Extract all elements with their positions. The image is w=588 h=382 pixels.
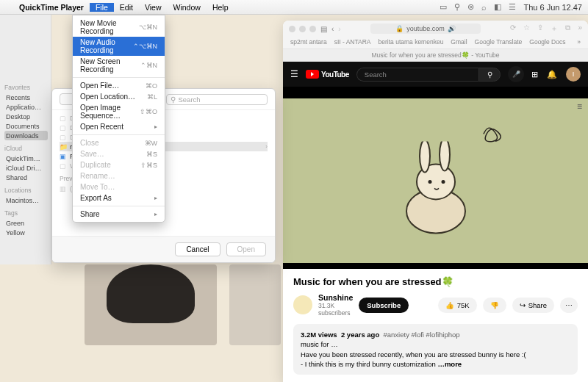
youtube-header: ☰ YouTube Search ⚲ 🎤 ⊞ 🔔 I — [283, 62, 588, 87]
image-file-icon: ▢ — [60, 124, 67, 131]
nav-back-icon[interactable]: ‹ — [331, 25, 334, 33]
battery-icon[interactable]: ▭ — [440, 2, 447, 12]
menu-new-movie-recording[interactable]: New Movie Recording⌥⌘N — [73, 18, 165, 37]
microphone-icon: 🎤 — [512, 71, 520, 78]
subscribe-button[interactable]: Subscribe — [359, 298, 409, 313]
sidebar-item-documents[interactable]: Documents — [4, 121, 48, 131]
svg-point-5 — [441, 180, 445, 184]
nav-forward-icon[interactable]: › — [338, 25, 340, 33]
new-tab-icon[interactable]: ＋ — [551, 24, 558, 34]
youtube-logo[interactable]: YouTube — [306, 70, 349, 79]
finder-thumbnail — [229, 264, 281, 345]
like-button[interactable]: 👍75K — [438, 298, 477, 313]
bookmark-icon[interactable]: ☆ — [523, 24, 530, 34]
menu-share[interactable]: Share▸ — [73, 209, 165, 220]
sidebar-heading-favorites: Favorites — [4, 84, 48, 91]
menu-open-file[interactable]: Open File…⌘O — [73, 80, 165, 91]
description-line: - I think this is my third bunny customi… — [301, 360, 436, 368]
bookmark-link[interactable]: berita utama kemenkeu — [379, 38, 444, 46]
sidebar-item-icloud-drive[interactable]: iCloud Dri… — [4, 163, 48, 173]
search-icon: ⚲ — [487, 71, 492, 79]
video-description[interactable]: 3.2M views 2 years ago #anxiety #lofi #l… — [293, 324, 578, 375]
share-safari-icon[interactable]: ⇪ — [537, 24, 543, 34]
voice-search-button[interactable]: 🎤 — [508, 66, 524, 82]
window-traffic-lights[interactable] — [289, 26, 316, 32]
sidebar-item-desktop[interactable]: Desktop — [4, 112, 48, 121]
image-file-icon: ▢ — [60, 115, 67, 122]
video-tags[interactable]: #anxiety #lofi #lofihiphop — [384, 331, 460, 339]
menu-export-as[interactable]: Export As▸ — [73, 192, 165, 203]
share-button[interactable]: ↪Share — [512, 298, 554, 313]
file-menu-dropdown: New Movie Recording⌥⌘N New Audio Recordi… — [72, 15, 165, 223]
video-player[interactable]: ≡ — [283, 87, 588, 269]
bookmark-overflow-icon[interactable]: » — [577, 38, 581, 46]
lock-icon: 🔒 — [395, 25, 404, 32]
sidebar-tag-yellow[interactable]: Yellow — [4, 228, 48, 237]
menu-new-screen-recording[interactable]: New Screen Recording⌃⌘N — [73, 56, 165, 75]
audio-playing-icon[interactable]: 🔊 — [448, 25, 456, 32]
open-button[interactable]: Open — [226, 242, 266, 256]
bookmark-link[interactable]: Google Translate — [475, 38, 523, 46]
expand-icon[interactable]: » — [578, 24, 582, 34]
search-icon: ⚲ — [171, 96, 176, 104]
sidebar-item-macintosh[interactable]: Macintos… — [4, 195, 48, 205]
bookmark-link[interactable]: Google Docs — [529, 38, 565, 46]
wifi-icon[interactable]: ⊚ — [467, 2, 474, 12]
dialog-search-input[interactable]: ⚲Search — [166, 94, 268, 105]
menu-view[interactable]: View — [139, 3, 168, 12]
finder-sidebar: Favorites Recents Applicatio… Desktop Do… — [0, 15, 51, 264]
menu-new-audio-recording[interactable]: New Audio Recording⌃⌥⌘N — [73, 37, 165, 56]
video-menu-icon[interactable]: ≡ — [577, 101, 582, 112]
menu-rename: Rename… — [73, 170, 165, 181]
menu-help[interactable]: Help — [207, 3, 234, 12]
safari-url-bar[interactable]: 🔒youtube.com🔊 — [370, 24, 481, 34]
safari-tab-title[interactable]: Music for when you are stressed🍀 - YouTu… — [283, 49, 588, 62]
menubar-datetime[interactable]: Thu 6 Jun 12.47 — [523, 3, 582, 12]
safari-window: ▤ ‹ › 🔒youtube.com🔊 ⟳ ☆ ⇪ ＋ ⧉ » sp2mt an… — [283, 21, 588, 382]
channel-name[interactable]: Sunshine — [318, 293, 353, 302]
menu-move-to: Move To… — [73, 181, 165, 192]
create-icon[interactable]: ⊞ — [531, 70, 538, 79]
menubar-extra-icon[interactable]: ◧ — [494, 2, 501, 12]
show-more-link[interactable]: …more — [437, 360, 462, 368]
sidebar-item-applications[interactable]: Applicatio… — [4, 102, 48, 112]
video-file-icon: ▣ — [60, 153, 67, 160]
control-center-icon[interactable]: ☰ — [509, 2, 516, 12]
menu-open-location[interactable]: Open Location…⌘L — [73, 91, 165, 102]
view-count: 3.2M views — [301, 331, 337, 339]
safari-bookmarks-bar: sp2mt antara sII - ANTARA berita utama k… — [283, 37, 588, 49]
sidebar-item-shared[interactable]: Shared — [4, 173, 48, 182]
sidebar-item-quicktime[interactable]: QuickTim… — [4, 154, 48, 163]
bookmark-link[interactable]: sp2mt antara — [290, 38, 327, 46]
account-avatar[interactable]: I — [566, 67, 581, 82]
hamburger-icon[interactable]: ☰ — [290, 69, 298, 79]
sidebar-toggle-icon[interactable]: ▤ — [320, 25, 327, 33]
app-name[interactable]: QuickTime Player — [13, 3, 90, 12]
youtube-search-input[interactable]: Search — [356, 68, 478, 82]
search-menubar-icon[interactable]: ⌕ — [481, 3, 487, 12]
cancel-button[interactable]: Cancel — [175, 242, 220, 256]
menu-file[interactable]: File — [90, 3, 114, 12]
spotlight-icon[interactable]: ⚲ — [454, 2, 460, 12]
reload-icon[interactable]: ⟳ — [510, 24, 516, 34]
bookmark-link[interactable]: sII - ANTARA — [334, 38, 371, 46]
menu-open-image-sequence[interactable]: Open Image Sequence…⇧⌘O — [73, 102, 165, 121]
youtube-search-button[interactable]: ⚲ — [478, 68, 501, 82]
sidebar-heading-locations: Locations — [4, 187, 48, 194]
image-file-icon: ▢ — [60, 162, 67, 170]
menu-edit[interactable]: Edit — [114, 3, 139, 12]
image-file-icon: ▢ — [60, 134, 67, 141]
menu-window[interactable]: Window — [168, 3, 207, 12]
sidebar-item-downloads[interactable]: Downloads — [4, 131, 48, 140]
finder-thumbnail — [85, 264, 217, 345]
sidebar-tag-green[interactable]: Green — [4, 218, 48, 228]
tabs-overview-icon[interactable]: ⧉ — [565, 24, 570, 34]
sidebar-item-recents[interactable]: Recents — [4, 93, 48, 102]
notifications-icon[interactable]: 🔔 — [547, 70, 557, 79]
more-actions-button[interactable]: ⋯ — [560, 298, 578, 313]
menu-open-recent[interactable]: Open Recent▸ — [73, 121, 165, 132]
channel-avatar[interactable] — [293, 295, 312, 314]
dislike-button[interactable]: 👎 — [483, 298, 506, 313]
bookmark-link[interactable]: Gmail — [451, 38, 467, 46]
youtube-play-icon — [306, 70, 319, 79]
